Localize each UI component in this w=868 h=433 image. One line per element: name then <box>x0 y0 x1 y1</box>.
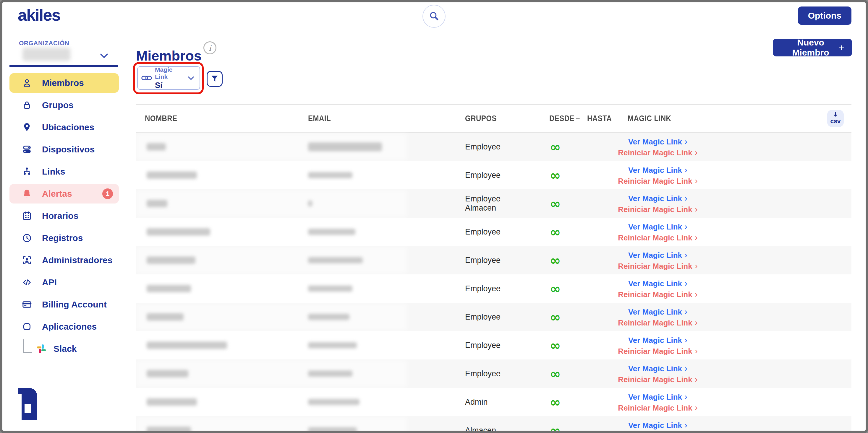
ver-magic-link-link[interactable]: Ver Magic Link› <box>628 278 687 288</box>
table-row: Employee∞Ver Magic Link›Reiniciar Magic … <box>136 133 851 161</box>
chevron-right-icon: › <box>695 374 698 384</box>
sidebar-subitem-slack[interactable]: Slack <box>9 339 119 359</box>
sidebar-item-api[interactable]: API <box>9 273 119 292</box>
sidebar-item-label: Alertas <box>42 189 72 199</box>
network-icon <box>21 166 33 177</box>
reiniciar-magic-link-link[interactable]: Reiniciar Magic Link› <box>618 261 698 271</box>
table-row: Admin∞Ver Magic Link›Reiniciar Magic Lin… <box>136 388 851 416</box>
link-label: Ver Magic Link <box>628 307 682 316</box>
info-icon[interactable]: i <box>204 41 216 54</box>
chevron-right-icon: › <box>695 289 698 299</box>
ver-magic-link-link[interactable]: Ver Magic Link› <box>628 420 687 430</box>
ver-magic-link-link[interactable]: Ver Magic Link› <box>628 193 687 203</box>
ver-magic-link-link[interactable]: Ver Magic Link› <box>628 222 687 232</box>
redacted-name <box>147 427 191 433</box>
link-label: Reiniciar Magic Link <box>618 290 692 299</box>
filter-button[interactable] <box>207 71 223 87</box>
reiniciar-magic-link-link[interactable]: Reiniciar Magic Link› <box>618 374 698 384</box>
redacted-name <box>147 228 210 236</box>
new-member-label: Nuevo Miembro <box>783 37 838 58</box>
ver-magic-link-link[interactable]: Ver Magic Link› <box>628 392 687 402</box>
options-button[interactable]: Options <box>798 6 851 25</box>
ver-magic-link-link[interactable]: Ver Magic Link› <box>628 165 687 175</box>
search-button[interactable] <box>423 5 445 28</box>
infinity-icon: ∞ <box>546 331 565 360</box>
redacted-name <box>147 172 197 179</box>
table-row: Employee∞Ver Magic Link›Reiniciar Magic … <box>136 218 851 246</box>
sidebar-item-label: API <box>42 277 57 288</box>
chevron-right-icon: › <box>695 261 698 271</box>
sidebar-item-dispositivos[interactable]: Dispositivos <box>9 140 119 159</box>
magic-link-actions: Ver Magic Link›Reiniciar Magic Link› <box>612 388 704 416</box>
table-header: NOMBRE EMAIL GRUPOS DESDE – HASTA MAGIC … <box>136 104 851 133</box>
filter-chip-value: Sí <box>155 81 186 90</box>
reiniciar-magic-link-link[interactable]: Reiniciar Magic Link› <box>618 346 698 356</box>
link-label: Ver Magic Link <box>628 279 682 288</box>
redacted-email <box>308 286 352 292</box>
ver-magic-link-link[interactable]: Ver Magic Link› <box>628 136 687 146</box>
chevron-right-icon: › <box>684 392 687 401</box>
ver-magic-link-link[interactable]: Ver Magic Link› <box>628 363 687 373</box>
sidebar-item-links[interactable]: Links <box>9 162 119 181</box>
redacted-email <box>308 172 352 178</box>
chevron-right-icon: › <box>695 431 698 433</box>
link-label: Reiniciar Magic Link <box>618 205 692 214</box>
infinity-icon: ∞ <box>546 133 565 161</box>
group-label: Employee <box>465 284 500 293</box>
sidebar-item-ubicaciones[interactable]: Ubicaciones <box>9 118 119 137</box>
reiniciar-magic-link-link[interactable]: Reiniciar Magic Link› <box>618 318 698 328</box>
sidebar-item-alertas[interactable]: Alertas1 <box>9 184 119 203</box>
sidebar-item-registros[interactable]: Registros <box>9 228 119 248</box>
magic-link-actions: Ver Magic Link›Reiniciar Magic Link› <box>612 133 704 161</box>
link-label: Reiniciar Magic Link <box>618 319 692 327</box>
sidebar-item-label: Aplicaciones <box>42 322 97 332</box>
sidebar-item-grupos[interactable]: Grupos <box>9 95 119 115</box>
new-member-button[interactable]: Nuevo Miembro + <box>773 39 852 57</box>
magic-link-filter-chip[interactable]: Magic Link Sí <box>137 66 200 90</box>
ver-magic-link-link[interactable]: Ver Magic Link› <box>628 307 687 317</box>
reiniciar-magic-link-link[interactable]: Reiniciar Magic Link› <box>618 176 698 186</box>
chevron-down-icon[interactable] <box>98 49 111 62</box>
group-label: Employee <box>465 171 500 180</box>
table-row: EmployeeAlmacen∞Ver Magic Link›Reiniciar… <box>136 189 851 218</box>
organization-name-redacted[interactable] <box>23 48 70 61</box>
redacted-email <box>308 142 382 151</box>
group-label: Employee <box>465 227 500 237</box>
reiniciar-magic-link-link[interactable]: Reiniciar Magic Link› <box>618 403 698 412</box>
redacted-name <box>147 285 191 292</box>
group-label: Employee <box>465 194 500 203</box>
chevron-right-icon: › <box>684 165 687 174</box>
ver-magic-link-link[interactable]: Ver Magic Link› <box>628 250 687 260</box>
sidebar-item-administradores[interactable]: Administradores <box>9 251 119 270</box>
reiniciar-magic-link-link[interactable]: Reiniciar Magic Link› <box>618 289 698 299</box>
reiniciar-magic-link-link[interactable]: Reiniciar Magic Link› <box>618 147 698 158</box>
group-label: Almacen <box>465 426 496 433</box>
funnel-icon <box>210 74 219 84</box>
reiniciar-magic-link-link[interactable]: Reiniciar Magic Link› <box>618 232 698 242</box>
groups-cell: Employee <box>465 133 500 161</box>
groups-cell: Admin <box>465 388 488 416</box>
sidebar-item-horarios[interactable]: Horarios <box>9 206 119 226</box>
app-window: akiles Options ORGANIZACIÓN MiembrosGrup… <box>0 0 868 433</box>
sidebar-item-miembros[interactable]: Miembros <box>9 73 119 93</box>
csv-export-button[interactable]: csv <box>827 110 844 127</box>
reiniciar-magic-link-link[interactable]: Reiniciar Magic Link› <box>618 431 698 433</box>
sidebar-item-billing-account[interactable]: Billing Account <box>9 295 119 314</box>
table-row: Employee∞Ver Magic Link›Reiniciar Magic … <box>136 274 851 303</box>
reiniciar-magic-link-link[interactable]: Reiniciar Magic Link› <box>618 204 698 214</box>
akiles-mark-icon <box>18 385 37 420</box>
ver-magic-link-link[interactable]: Ver Magic Link› <box>628 335 687 345</box>
link-label: Ver Magic Link <box>628 364 682 373</box>
infinity-icon: ∞ <box>546 360 565 388</box>
akiles-logo[interactable]: akiles <box>18 5 60 25</box>
redacted-name <box>147 257 195 264</box>
groups-cell: Employee <box>465 218 500 246</box>
link-label: Reiniciar Magic Link <box>618 347 692 356</box>
col-header-hasta: HASTA <box>587 114 616 123</box>
slack-icon <box>36 343 47 355</box>
chevron-right-icon: › <box>695 403 698 412</box>
sidebar-item-aplicaciones[interactable]: Aplicaciones <box>9 317 119 336</box>
redaction-band <box>136 190 407 217</box>
link-label: Reiniciar Magic Link <box>618 432 692 433</box>
sidebar-item-label: Dispositivos <box>42 144 95 155</box>
